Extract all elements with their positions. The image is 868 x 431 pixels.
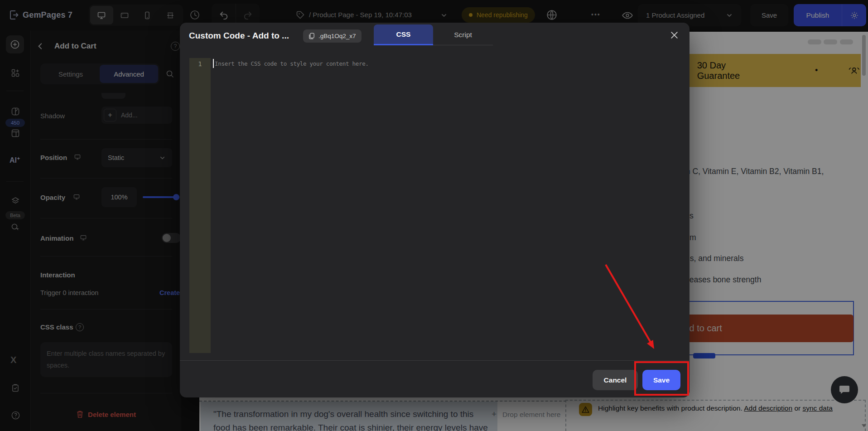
tab-css[interactable]: CSS: [374, 24, 433, 45]
annotation-highlight-rect: [634, 361, 689, 396]
code-editor[interactable]: 1 Insert the CSS code to style your cont…: [180, 48, 690, 360]
editor-placeholder: Insert the CSS code to style your conten…: [215, 60, 369, 67]
cancel-label: Cancel: [604, 376, 627, 384]
tab-script[interactable]: Script: [442, 24, 484, 45]
modal-title: Custom Code - Add to ...: [189, 31, 289, 41]
line-number: 1: [189, 58, 211, 68]
gempages-editor: GemPages 7: [0, 0, 868, 431]
footer-divider: [180, 360, 690, 361]
close-icon[interactable]: [670, 30, 679, 42]
css-class-chip[interactable]: .gBq1Oq2_x7: [303, 29, 362, 43]
copy-icon: [309, 33, 315, 39]
tab-css-label: CSS: [396, 30, 411, 39]
cancel-button[interactable]: Cancel: [593, 370, 638, 390]
editor-gutter: 1: [189, 58, 211, 353]
tab-script-label: Script: [454, 31, 472, 39]
custom-code-modal: Custom Code - Add to ... .gBq1Oq2_x7 CSS…: [180, 23, 690, 397]
editor-cursor: [213, 59, 214, 68]
css-class-chip-label: .gBq1Oq2_x7: [318, 33, 356, 39]
